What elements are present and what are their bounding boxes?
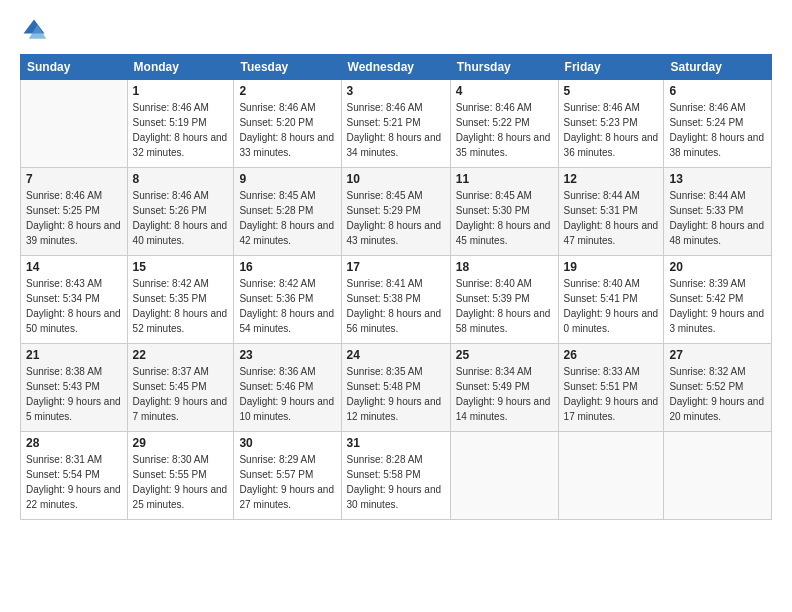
day-info: Sunrise: 8:46 AMSunset: 5:22 PMDaylight:… [456,100,553,160]
weekday-header-tuesday: Tuesday [234,55,341,80]
day-cell: 5Sunrise: 8:46 AMSunset: 5:23 PMDaylight… [558,80,664,168]
day-cell: 23Sunrise: 8:36 AMSunset: 5:46 PMDayligh… [234,344,341,432]
day-cell: 21Sunrise: 8:38 AMSunset: 5:43 PMDayligh… [21,344,128,432]
day-info: Sunrise: 8:30 AMSunset: 5:55 PMDaylight:… [133,452,229,512]
day-info: Sunrise: 8:39 AMSunset: 5:42 PMDaylight:… [669,276,766,336]
day-number: 21 [26,348,122,362]
day-info: Sunrise: 8:44 AMSunset: 5:33 PMDaylight:… [669,188,766,248]
day-number: 19 [564,260,659,274]
day-cell [21,80,128,168]
day-number: 8 [133,172,229,186]
day-number: 3 [347,84,445,98]
day-cell: 10Sunrise: 8:45 AMSunset: 5:29 PMDayligh… [341,168,450,256]
day-number: 9 [239,172,335,186]
day-info: Sunrise: 8:37 AMSunset: 5:45 PMDaylight:… [133,364,229,424]
day-info: Sunrise: 8:29 AMSunset: 5:57 PMDaylight:… [239,452,335,512]
day-cell: 14Sunrise: 8:43 AMSunset: 5:34 PMDayligh… [21,256,128,344]
day-cell: 22Sunrise: 8:37 AMSunset: 5:45 PMDayligh… [127,344,234,432]
day-cell: 25Sunrise: 8:34 AMSunset: 5:49 PMDayligh… [450,344,558,432]
day-number: 13 [669,172,766,186]
day-cell: 13Sunrise: 8:44 AMSunset: 5:33 PMDayligh… [664,168,772,256]
day-number: 1 [133,84,229,98]
page: SundayMondayTuesdayWednesdayThursdayFrid… [0,0,792,612]
weekday-row: SundayMondayTuesdayWednesdayThursdayFrid… [21,55,772,80]
day-number: 10 [347,172,445,186]
day-info: Sunrise: 8:36 AMSunset: 5:46 PMDaylight:… [239,364,335,424]
day-number: 2 [239,84,335,98]
weekday-header-sunday: Sunday [21,55,128,80]
day-cell [450,432,558,520]
day-info: Sunrise: 8:46 AMSunset: 5:19 PMDaylight:… [133,100,229,160]
day-info: Sunrise: 8:42 AMSunset: 5:35 PMDaylight:… [133,276,229,336]
day-number: 30 [239,436,335,450]
day-cell: 12Sunrise: 8:44 AMSunset: 5:31 PMDayligh… [558,168,664,256]
day-number: 18 [456,260,553,274]
day-number: 29 [133,436,229,450]
day-cell: 24Sunrise: 8:35 AMSunset: 5:48 PMDayligh… [341,344,450,432]
day-number: 27 [669,348,766,362]
day-cell: 7Sunrise: 8:46 AMSunset: 5:25 PMDaylight… [21,168,128,256]
week-row-4: 21Sunrise: 8:38 AMSunset: 5:43 PMDayligh… [21,344,772,432]
day-cell: 19Sunrise: 8:40 AMSunset: 5:41 PMDayligh… [558,256,664,344]
day-number: 12 [564,172,659,186]
week-row-1: 1Sunrise: 8:46 AMSunset: 5:19 PMDaylight… [21,80,772,168]
weekday-header-thursday: Thursday [450,55,558,80]
day-cell: 2Sunrise: 8:46 AMSunset: 5:20 PMDaylight… [234,80,341,168]
day-number: 5 [564,84,659,98]
day-info: Sunrise: 8:43 AMSunset: 5:34 PMDaylight:… [26,276,122,336]
day-number: 14 [26,260,122,274]
day-info: Sunrise: 8:40 AMSunset: 5:41 PMDaylight:… [564,276,659,336]
day-number: 4 [456,84,553,98]
logo [20,16,52,44]
day-cell: 1Sunrise: 8:46 AMSunset: 5:19 PMDaylight… [127,80,234,168]
day-number: 31 [347,436,445,450]
day-info: Sunrise: 8:41 AMSunset: 5:38 PMDaylight:… [347,276,445,336]
day-info: Sunrise: 8:40 AMSunset: 5:39 PMDaylight:… [456,276,553,336]
header [20,16,772,44]
day-info: Sunrise: 8:45 AMSunset: 5:28 PMDaylight:… [239,188,335,248]
calendar: SundayMondayTuesdayWednesdayThursdayFrid… [20,54,772,520]
day-cell: 17Sunrise: 8:41 AMSunset: 5:38 PMDayligh… [341,256,450,344]
day-cell: 30Sunrise: 8:29 AMSunset: 5:57 PMDayligh… [234,432,341,520]
day-cell: 27Sunrise: 8:32 AMSunset: 5:52 PMDayligh… [664,344,772,432]
week-row-2: 7Sunrise: 8:46 AMSunset: 5:25 PMDaylight… [21,168,772,256]
weekday-header-saturday: Saturday [664,55,772,80]
day-cell: 8Sunrise: 8:46 AMSunset: 5:26 PMDaylight… [127,168,234,256]
day-number: 15 [133,260,229,274]
day-number: 11 [456,172,553,186]
day-number: 17 [347,260,445,274]
day-info: Sunrise: 8:32 AMSunset: 5:52 PMDaylight:… [669,364,766,424]
day-cell: 18Sunrise: 8:40 AMSunset: 5:39 PMDayligh… [450,256,558,344]
day-info: Sunrise: 8:46 AMSunset: 5:24 PMDaylight:… [669,100,766,160]
day-info: Sunrise: 8:46 AMSunset: 5:26 PMDaylight:… [133,188,229,248]
day-cell: 4Sunrise: 8:46 AMSunset: 5:22 PMDaylight… [450,80,558,168]
day-info: Sunrise: 8:46 AMSunset: 5:25 PMDaylight:… [26,188,122,248]
day-info: Sunrise: 8:31 AMSunset: 5:54 PMDaylight:… [26,452,122,512]
day-cell: 11Sunrise: 8:45 AMSunset: 5:30 PMDayligh… [450,168,558,256]
day-cell: 31Sunrise: 8:28 AMSunset: 5:58 PMDayligh… [341,432,450,520]
day-info: Sunrise: 8:46 AMSunset: 5:21 PMDaylight:… [347,100,445,160]
day-number: 26 [564,348,659,362]
day-number: 24 [347,348,445,362]
weekday-header-wednesday: Wednesday [341,55,450,80]
day-info: Sunrise: 8:46 AMSunset: 5:20 PMDaylight:… [239,100,335,160]
day-number: 25 [456,348,553,362]
weekday-header-friday: Friday [558,55,664,80]
day-cell: 29Sunrise: 8:30 AMSunset: 5:55 PMDayligh… [127,432,234,520]
day-cell: 15Sunrise: 8:42 AMSunset: 5:35 PMDayligh… [127,256,234,344]
calendar-body: 1Sunrise: 8:46 AMSunset: 5:19 PMDaylight… [21,80,772,520]
week-row-3: 14Sunrise: 8:43 AMSunset: 5:34 PMDayligh… [21,256,772,344]
day-cell: 26Sunrise: 8:33 AMSunset: 5:51 PMDayligh… [558,344,664,432]
day-info: Sunrise: 8:46 AMSunset: 5:23 PMDaylight:… [564,100,659,160]
day-number: 16 [239,260,335,274]
day-info: Sunrise: 8:34 AMSunset: 5:49 PMDaylight:… [456,364,553,424]
day-info: Sunrise: 8:35 AMSunset: 5:48 PMDaylight:… [347,364,445,424]
day-info: Sunrise: 8:42 AMSunset: 5:36 PMDaylight:… [239,276,335,336]
day-cell [558,432,664,520]
weekday-header-monday: Monday [127,55,234,80]
day-number: 22 [133,348,229,362]
day-cell: 9Sunrise: 8:45 AMSunset: 5:28 PMDaylight… [234,168,341,256]
day-cell: 6Sunrise: 8:46 AMSunset: 5:24 PMDaylight… [664,80,772,168]
day-number: 28 [26,436,122,450]
day-cell [664,432,772,520]
